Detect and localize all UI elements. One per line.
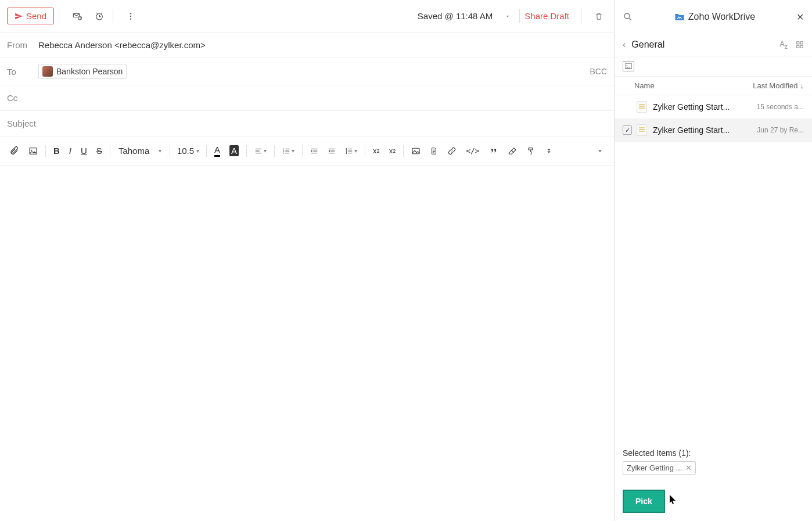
insert-file-button[interactable] [426,143,442,159]
close-panel-button[interactable]: ✕ [796,12,804,23]
sort-alpha-button[interactable]: Az [779,39,788,50]
code-button[interactable]: </> [462,143,483,159]
image-icon [28,146,38,156]
svg-point-6 [31,149,32,150]
format-painter-button[interactable] [522,143,540,159]
schedule-send-button[interactable] [69,8,86,25]
paperclip-icon [10,146,19,156]
to-row[interactable]: To Bankston Pearson BCC [0,58,614,85]
indent-button[interactable] [306,143,322,159]
bold-button[interactable]: B [49,142,64,159]
from-value[interactable]: Rebecca Anderson <rebecca@zylker.com> [38,40,206,50]
pick-button[interactable]: Pick [623,490,665,513]
underline-button[interactable]: U [77,142,91,159]
link-icon [447,146,457,156]
double-chevron-down-icon [545,147,553,155]
panel-footer: Selected Items (1): Zylker Getting ... ✕… [615,440,812,521]
strike-button[interactable]: S [92,142,106,159]
share-draft-link[interactable]: Share Draft [524,11,569,21]
svg-point-3 [130,15,131,16]
font-size-select[interactable]: 10.5 ▾ [174,143,203,158]
file-name: Zylker Getting Start... [653,125,757,135]
quote-button[interactable] [485,143,502,159]
search-button[interactable] [623,12,633,22]
align-button[interactable]: ▾ [250,143,271,159]
saved-status: Saved @ 11:48 AM [418,11,493,21]
from-label: From [7,40,38,50]
list-button[interactable]: ▾ [278,143,299,159]
message-body[interactable] [0,166,614,521]
remove-selected-button[interactable]: ✕ [685,463,692,472]
view-grid-button[interactable] [796,41,804,49]
file-icon [430,146,438,156]
line-spacing-button[interactable]: ▾ [341,143,361,159]
insert-image-button[interactable] [24,143,42,159]
svg-rect-12 [797,42,799,44]
clear-format-button[interactable] [504,143,521,159]
send-button[interactable]: Send [7,8,54,24]
outdent-button[interactable] [324,143,340,159]
filter-row [615,56,812,77]
font-color-button[interactable]: A [210,141,224,160]
file-row[interactable]: ✓ Zylker Getting Start... Jun 27 by Re..… [615,118,812,142]
workdrive-panel: Zoho WorkDrive ✕ ‹ General Az Name Last … [615,0,812,521]
insert-picture-button[interactable] [407,143,425,159]
quote-icon [489,147,498,155]
font-family-select[interactable]: Tahoma ▾ [114,143,166,158]
filter-images-button[interactable] [623,61,634,71]
col-name-header[interactable]: Name [634,81,753,90]
separator [519,9,520,23]
cc-row[interactable]: Cc [0,85,614,111]
svg-point-2 [130,13,131,14]
back-button[interactable]: ‹ [623,39,626,50]
svg-point-4 [130,18,131,19]
svg-rect-15 [800,45,803,48]
subject-row [0,111,614,136]
separator [581,9,581,23]
checkbox[interactable]: ✓ [623,125,632,135]
more-options-button[interactable] [123,8,139,24]
outdent-icon [328,147,336,155]
alarm-icon [94,11,105,21]
svg-rect-5 [30,148,37,154]
indent-icon [310,147,318,155]
saved-dropdown[interactable] [501,9,515,23]
workdrive-icon [674,12,685,21]
compose-pane: Send Saved @ 11:48 AM Share Draft [0,0,615,521]
svg-rect-13 [800,42,803,44]
folder-nav: ‹ General Az [615,34,812,56]
italic-button[interactable]: I [65,142,76,159]
highlight-button[interactable]: A [225,142,243,160]
avatar [42,66,53,77]
attach-button[interactable] [6,143,23,159]
subject-input[interactable] [7,118,607,128]
selected-item-name: Zylker Getting ... [627,463,682,472]
insert-link-button[interactable] [443,143,461,159]
svg-point-9 [283,152,285,153]
discard-button[interactable] [591,8,607,24]
separator [113,9,113,23]
subscript-button[interactable]: x2 [385,143,400,159]
svg-rect-14 [797,45,799,48]
more-format-button[interactable] [541,143,557,159]
svg-point-7 [283,148,285,149]
file-modified: 15 seconds a... [757,103,804,111]
file-row[interactable]: ✓ Zylker Getting Start... 15 seconds a..… [615,95,812,118]
svg-point-11 [624,13,630,19]
bcc-toggle[interactable]: BCC [590,67,607,76]
panel-title: Zoho WorkDrive [688,12,755,22]
recipient-chip[interactable]: Bankston Pearson [38,64,127,79]
expand-toolbar-button[interactable] [592,143,608,159]
line-spacing-icon [345,147,353,155]
compose-topbar: Send Saved @ 11:48 AM Share Draft [0,0,614,33]
cc-label: Cc [7,93,38,103]
superscript-button[interactable]: x2 [369,143,384,159]
format-toolbar: B I U S Tahoma ▾ 10.5 ▾ A A ▾ ▾ ▾ [0,136,614,166]
folder-name[interactable]: General [631,39,771,50]
col-modified-header[interactable]: Last Modified ↓ [753,81,804,90]
document-icon [637,124,647,136]
svg-rect-10 [412,148,419,153]
selected-item-chip: Zylker Getting ... ✕ [623,461,696,475]
reminder-button[interactable] [91,8,108,25]
list-icon [282,147,290,155]
